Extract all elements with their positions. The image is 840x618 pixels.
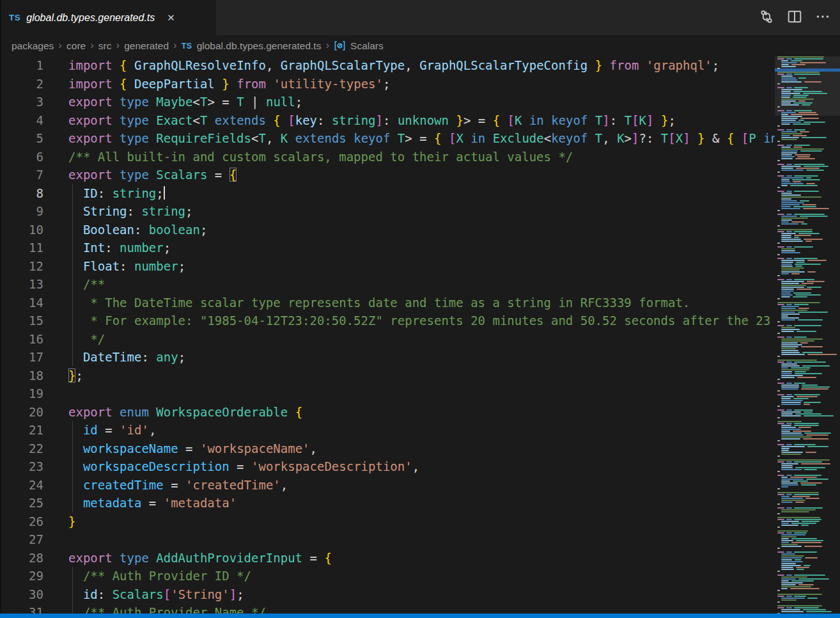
line-number[interactable]: 20	[0, 403, 43, 422]
code-line[interactable]: 8 ID: string;	[0, 184, 775, 203]
minimap-line	[775, 432, 840, 434]
minimap-line	[775, 269, 840, 271]
minimap-line	[775, 523, 840, 524]
code-line[interactable]: 18};	[0, 367, 775, 385]
line-number[interactable]: 9	[0, 202, 43, 221]
line-number[interactable]: 1	[0, 56, 43, 75]
code-line[interactable]: 10 Boolean: boolean;	[0, 221, 775, 239]
line-number[interactable]: 22	[0, 440, 43, 458]
breadcrumb-item-generated[interactable]: generated	[124, 40, 169, 52]
line-number[interactable]: 2	[0, 75, 43, 93]
code-line[interactable]: 19	[0, 384, 775, 403]
minimap-line	[775, 139, 840, 140]
line-number[interactable]: 18	[0, 367, 43, 385]
code-line[interactable]: 16 */	[0, 330, 775, 349]
breadcrumb-item-src[interactable]: src	[98, 40, 112, 52]
line-number[interactable]: 7	[0, 166, 43, 184]
code-line[interactable]: 27	[0, 530, 775, 549]
minimap-line	[775, 480, 840, 482]
breadcrumb-item-core[interactable]: core	[66, 40, 86, 52]
code-line[interactable]: 9 String: string;	[0, 202, 775, 221]
minimap-line	[775, 463, 840, 464]
code-line[interactable]: 15 * For example: "1985-04-12T23:20:50.5…	[0, 312, 775, 330]
minimap-line	[775, 200, 840, 202]
line-number[interactable]: 12	[0, 257, 43, 276]
line-number[interactable]: 3	[0, 93, 43, 111]
code-line[interactable]: 5export type RequireFields<T, K extends …	[0, 129, 775, 148]
code-line[interactable]: 11 Int: number;	[0, 239, 775, 257]
line-number[interactable]: 8	[0, 184, 43, 203]
line-number[interactable]: 10	[0, 221, 43, 239]
code-text: Int: number;	[43, 239, 171, 257]
code-line[interactable]: 14 * The DateTime scalar type represents…	[0, 294, 775, 312]
minimap-line	[775, 377, 840, 378]
code-line[interactable]: 30 id: Scalars['String'];	[0, 585, 775, 604]
line-number[interactable]: 24	[0, 476, 43, 495]
line-number[interactable]: 23	[0, 457, 43, 476]
line-number[interactable]: 14	[0, 294, 43, 312]
minimap-line	[775, 411, 840, 413]
code-line[interactable]: 28export type AddAuthProviderInput = {	[0, 549, 775, 567]
line-number[interactable]: 31	[0, 603, 43, 614]
minimap-line	[775, 83, 840, 84]
code-line[interactable]: 29 /** Auth Provider ID */	[0, 567, 775, 585]
minimap-line	[775, 264, 840, 265]
code-line[interactable]: 17 DateTime: any;	[0, 348, 775, 367]
split-editor-button[interactable]	[785, 8, 804, 28]
code-line[interactable]: 20export enum WorkspaceOrderable {	[0, 403, 775, 422]
minimap-line	[775, 482, 840, 484]
code-line[interactable]: 31 /** Auth Provider Name */	[0, 603, 775, 614]
code-text: */	[43, 330, 105, 349]
line-number[interactable]: 19	[0, 384, 43, 403]
tab-global-db-types-generated[interactable]: TS global.db.types.generated.ts ✕	[0, 0, 216, 35]
more-actions-button[interactable]	[813, 8, 832, 28]
line-number[interactable]: 27	[0, 530, 43, 549]
minimap-line	[775, 179, 840, 180]
line-number[interactable]: 29	[0, 567, 43, 585]
minimap-line	[775, 319, 840, 321]
minimap-line	[775, 296, 840, 297]
minimap-line	[775, 342, 840, 344]
code-line[interactable]: 4export type Exact<T extends { [key: str…	[0, 111, 775, 130]
breadcrumb-symbol[interactable]: Scalars	[350, 40, 384, 52]
code-line[interactable]: 7export type Scalars = {	[0, 166, 775, 184]
code-line[interactable]: 23 workspaceDescription = 'workspaceDesc…	[0, 457, 775, 476]
breadcrumb-item-packages[interactable]: packages	[12, 40, 54, 52]
line-number[interactable]: 5	[0, 129, 43, 148]
code-line[interactable]: 25 metadata = 'metadata'	[0, 494, 775, 512]
code-line[interactable]: 2import { DeepPartial } from 'utility-ty…	[0, 75, 775, 93]
code-area[interactable]: 1import { GraphQLResolveInfo, GraphQLSca…	[0, 56, 775, 614]
minimap-line	[775, 185, 840, 186]
minimap[interactable]	[775, 56, 840, 614]
line-number[interactable]: 28	[0, 549, 43, 567]
minimap-line	[775, 527, 840, 528]
line-number[interactable]: 16	[0, 330, 43, 349]
line-number[interactable]: 26	[0, 512, 43, 531]
breadcrumb-file[interactable]: global.db.types.generated.ts	[197, 40, 322, 52]
line-number[interactable]: 13	[0, 275, 43, 294]
code-line[interactable]: 26}	[0, 512, 775, 531]
minimap-line	[775, 500, 840, 501]
line-number[interactable]: 11	[0, 239, 43, 257]
code-line[interactable]: 6/** All built-in and custom scalars, ma…	[0, 148, 775, 166]
code-line[interactable]: 22 workspaceName = 'workspaceName',	[0, 440, 775, 458]
minimap-line	[775, 198, 840, 200]
line-number[interactable]: 15	[0, 312, 43, 330]
line-number[interactable]: 4	[0, 111, 43, 130]
line-number[interactable]: 25	[0, 494, 43, 512]
code-line[interactable]: 1import { GraphQLResolveInfo, GraphQLSca…	[0, 56, 775, 75]
minimap-line	[775, 582, 840, 583]
code-line[interactable]: 3export type Maybe<T> = T | null;	[0, 93, 775, 111]
line-number[interactable]: 6	[0, 148, 43, 166]
open-changes-button[interactable]	[757, 8, 776, 28]
code-line[interactable]: 13 /**	[0, 275, 775, 294]
chevron-right-icon: ›	[173, 40, 177, 51]
close-tab-icon[interactable]: ✕	[164, 11, 178, 25]
line-number[interactable]: 17	[0, 348, 43, 367]
code-line[interactable]: 12 Float: number;	[0, 257, 775, 276]
code-text: * For example: "1985-04-12T23:20:50.52Z"…	[43, 312, 770, 330]
line-number[interactable]: 21	[0, 421, 43, 440]
code-line[interactable]: 21 id = 'id',	[0, 421, 775, 440]
line-number[interactable]: 30	[0, 585, 43, 604]
code-line[interactable]: 24 createdTime = 'createdTime',	[0, 476, 775, 495]
